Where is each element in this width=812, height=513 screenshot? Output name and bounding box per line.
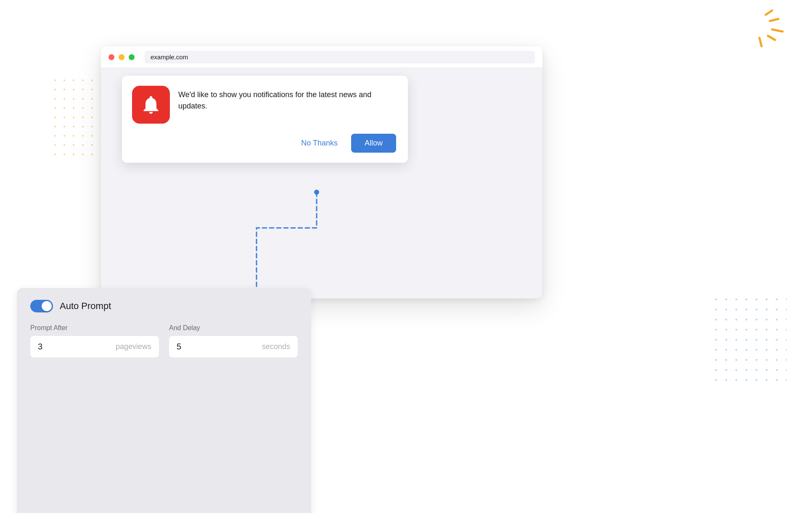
browser-titlebar: example.com (101, 46, 542, 68)
prompt-after-input[interactable]: 3 pageviews (30, 336, 159, 357)
sparkle-decoration (728, 8, 787, 55)
bell-icon (140, 94, 162, 116)
svg-point-5 (314, 190, 319, 195)
auto-prompt-toggle[interactable] (30, 300, 53, 312)
popup-actions: No Thanks Allow (132, 134, 396, 153)
bell-icon-wrapper (132, 86, 170, 124)
no-thanks-button[interactable]: No Thanks (296, 135, 343, 151)
and-delay-unit: seconds (262, 342, 290, 351)
address-bar[interactable]: example.com (145, 51, 535, 63)
browser-window: example.com We'd like to show you notifi… (101, 46, 542, 299)
prompt-after-unit: pageviews (116, 342, 151, 351)
and-delay-input[interactable]: 5 seconds (169, 336, 298, 357)
svg-line-3 (768, 36, 775, 40)
popup-top: We'd like to show you notifications for … (132, 86, 396, 124)
auto-prompt-panel: Auto Prompt Prompt After 3 pageviews And… (17, 288, 311, 513)
and-delay-group: And Delay 5 seconds (169, 324, 298, 357)
and-delay-value: 5 (177, 342, 188, 352)
svg-line-2 (772, 29, 783, 32)
blue-dot-grid (711, 294, 787, 387)
prompt-fields: Prompt After 3 pageviews And Delay 5 sec… (30, 324, 298, 357)
traffic-light-red[interactable] (108, 54, 114, 60)
and-delay-label: And Delay (169, 324, 298, 332)
allow-button[interactable]: Allow (351, 134, 396, 153)
prompt-after-value: 3 (38, 342, 50, 352)
auto-prompt-label: Auto Prompt (60, 301, 111, 312)
url-text: example.com (151, 53, 188, 61)
browser-content: We'd like to show you notifications for … (101, 68, 542, 299)
notification-popup: We'd like to show you notifications for … (122, 76, 408, 163)
svg-line-4 (759, 38, 762, 46)
svg-line-0 (766, 11, 772, 15)
auto-prompt-header: Auto Prompt (30, 300, 298, 312)
prompt-after-label: Prompt After (30, 324, 159, 332)
prompt-after-group: Prompt After 3 pageviews (30, 324, 159, 357)
traffic-light-yellow[interactable] (119, 54, 124, 60)
popup-message: We'd like to show you notifications for … (178, 86, 396, 112)
svg-line-1 (770, 19, 778, 21)
toggle-thumb (42, 301, 52, 311)
traffic-light-green[interactable] (129, 54, 135, 60)
